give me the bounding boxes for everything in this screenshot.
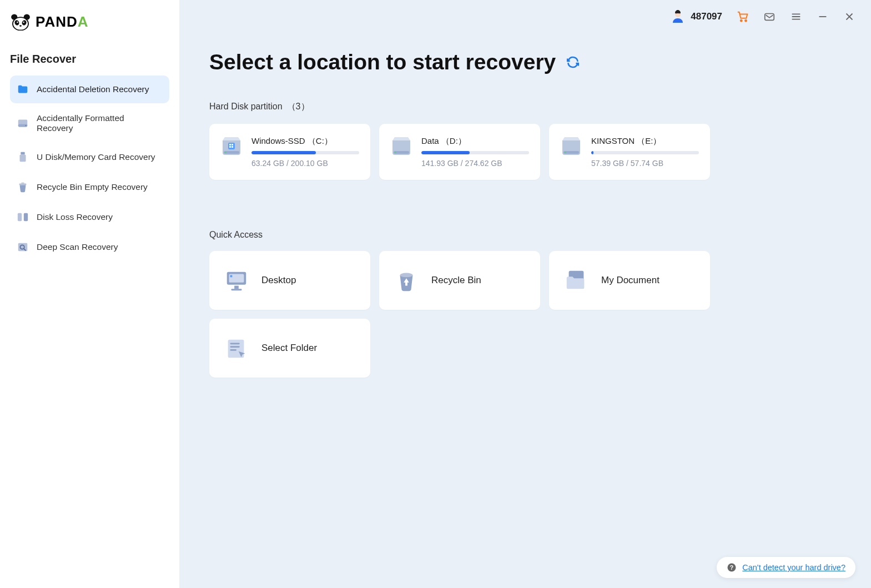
svg-rect-37 bbox=[234, 286, 239, 289]
folders-icon bbox=[563, 268, 589, 293]
svg-point-34 bbox=[565, 152, 566, 153]
svg-rect-27 bbox=[231, 144, 233, 145]
disk-name: KINGSTON （E:） bbox=[591, 136, 699, 147]
disk-size: 57.39 GB / 57.74 GB bbox=[591, 159, 699, 168]
svg-rect-17 bbox=[18, 243, 28, 252]
disk-name: Data （D:） bbox=[421, 136, 529, 147]
svg-rect-12 bbox=[20, 154, 26, 162]
quick-card-selectfolder[interactable]: Select Folder bbox=[209, 319, 370, 378]
svg-rect-23 bbox=[765, 14, 774, 21]
usb-icon bbox=[17, 151, 29, 163]
disk-icon bbox=[560, 136, 582, 159]
svg-point-30 bbox=[225, 152, 226, 153]
partition-card-0[interactable]: Windows-SSD （C:） 63.24 GB / 200.10 GB bbox=[209, 124, 370, 180]
disk-size: 63.24 GB / 200.10 GB bbox=[251, 159, 359, 168]
partition-card-2[interactable]: KINGSTON （E:） 57.39 GB / 57.74 GB bbox=[549, 124, 710, 180]
mail-icon[interactable] bbox=[763, 11, 776, 23]
logo-text: PANDA bbox=[36, 13, 89, 31]
user-account[interactable]: 487097 bbox=[671, 9, 722, 24]
partition-card-1[interactable]: Data （D:） 141.93 GB / 274.62 GB bbox=[379, 124, 540, 180]
hdd-icon bbox=[17, 117, 29, 129]
sidebar-item-2[interactable]: U Disk/Memory Card Recovery bbox=[10, 143, 169, 171]
svg-rect-29 bbox=[231, 146, 233, 148]
close-icon[interactable] bbox=[843, 11, 855, 23]
svg-rect-16 bbox=[24, 213, 28, 222]
menu-icon[interactable] bbox=[790, 11, 802, 23]
svg-rect-28 bbox=[229, 146, 231, 148]
disk-usage-bar bbox=[251, 151, 359, 154]
main-panel: 487097 Select a location to start recove… bbox=[179, 0, 871, 588]
sidebar-item-3[interactable]: Recycle Bin Empty Recovery bbox=[10, 173, 169, 201]
sidebar-item-label: Recycle Bin Empty Recovery bbox=[37, 182, 148, 192]
quick-card-desktop[interactable]: Desktop bbox=[209, 251, 370, 310]
partition-cards: Windows-SSD （C:） 63.24 GB / 200.10 GB Da… bbox=[209, 124, 841, 180]
quick-label: Select Folder bbox=[261, 343, 317, 354]
svg-point-7 bbox=[19, 25, 22, 27]
disk-size: 141.93 GB / 274.62 GB bbox=[421, 159, 529, 168]
quick-label: My Document bbox=[601, 275, 659, 286]
svg-text:?: ? bbox=[730, 564, 733, 571]
quick-label: Recycle Bin bbox=[431, 275, 481, 286]
content: Select a location to start recovery Hard… bbox=[179, 33, 871, 588]
app-logo: PANDA bbox=[10, 11, 169, 47]
svg-rect-15 bbox=[18, 213, 22, 222]
quick-card-folders[interactable]: My Document bbox=[549, 251, 710, 310]
refresh-icon[interactable] bbox=[566, 55, 580, 69]
disk-usage-bar bbox=[591, 151, 699, 154]
topbar: 487097 bbox=[179, 0, 871, 33]
svg-rect-39 bbox=[230, 275, 233, 277]
sidebar-section-title: File Recover bbox=[10, 47, 169, 76]
help-icon: ? bbox=[727, 562, 737, 572]
panda-icon bbox=[10, 14, 31, 31]
disk-icon bbox=[220, 136, 243, 159]
avatar-icon bbox=[671, 9, 685, 24]
sidebar-menu: Accidental Deletion Recovery Accidentall… bbox=[10, 76, 169, 261]
svg-point-21 bbox=[741, 20, 742, 22]
quick-card-recyclebin[interactable]: Recycle Bin bbox=[379, 251, 540, 310]
svg-rect-14 bbox=[21, 183, 24, 184]
partitions-heading: Hard Disk partition（3） bbox=[209, 101, 841, 113]
svg-point-10 bbox=[26, 125, 27, 126]
sidebar-item-1[interactable]: Accidentally Formatted Recovery bbox=[10, 105, 169, 141]
svg-rect-43 bbox=[230, 343, 240, 344]
sidebar-item-4[interactable]: Disk Loss Recovery bbox=[10, 203, 169, 231]
selectfolder-icon bbox=[224, 335, 249, 361]
sidebar-item-0[interactable]: Accidental Deletion Recovery bbox=[10, 76, 169, 103]
svg-rect-38 bbox=[231, 289, 241, 290]
svg-point-32 bbox=[395, 152, 396, 153]
disk-name: Windows-SSD （C:） bbox=[251, 136, 359, 147]
svg-point-22 bbox=[745, 20, 747, 22]
cart-icon[interactable] bbox=[737, 11, 749, 23]
svg-point-6 bbox=[23, 21, 24, 22]
svg-point-5 bbox=[17, 21, 18, 22]
sidebar-item-label: Disk Loss Recovery bbox=[37, 212, 113, 222]
sidebar-item-5[interactable]: Deep Scan Recovery bbox=[10, 233, 169, 261]
quick-access-cards: Desktop Recycle Bin My Document Select F… bbox=[209, 251, 841, 378]
trash-icon bbox=[17, 181, 29, 193]
svg-rect-44 bbox=[230, 346, 240, 348]
disk-usage-bar bbox=[421, 151, 529, 154]
svg-rect-11 bbox=[21, 152, 24, 155]
svg-rect-45 bbox=[230, 349, 237, 351]
sidebar-item-label: Accidentally Formatted Recovery bbox=[37, 113, 163, 133]
svg-rect-26 bbox=[229, 144, 231, 145]
sidebar: PANDA File Recover Accidental Deletion R… bbox=[0, 0, 179, 588]
recyclebin-icon bbox=[394, 268, 419, 293]
disks-icon bbox=[17, 211, 29, 223]
page-title: Select a location to start recovery bbox=[209, 50, 556, 74]
help-link-text[interactable]: Can't detect your hard drive? bbox=[742, 563, 845, 572]
folder-icon bbox=[17, 83, 29, 96]
svg-point-40 bbox=[400, 273, 413, 278]
sidebar-item-label: Deep Scan Recovery bbox=[37, 242, 118, 252]
quick-access-heading: Quick Access bbox=[209, 230, 841, 240]
sidebar-item-label: Accidental Deletion Recovery bbox=[37, 84, 149, 94]
help-link[interactable]: ? Can't detect your hard drive? bbox=[717, 557, 855, 578]
user-id: 487097 bbox=[691, 11, 722, 22]
sidebar-item-label: U Disk/Memory Card Recovery bbox=[37, 152, 155, 162]
desktop-icon bbox=[224, 268, 249, 293]
scan-icon bbox=[17, 241, 29, 253]
svg-rect-13 bbox=[19, 184, 27, 185]
quick-label: Desktop bbox=[261, 275, 296, 286]
minimize-icon[interactable] bbox=[817, 11, 829, 23]
disk-icon bbox=[390, 136, 412, 159]
